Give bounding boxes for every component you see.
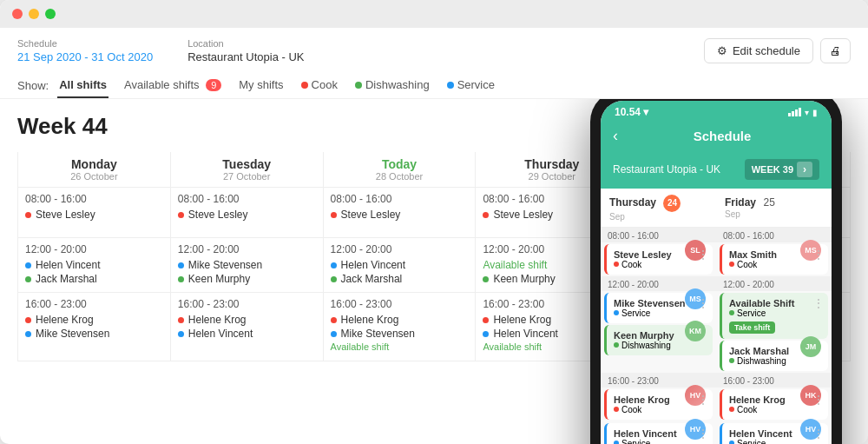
edit-schedule-button[interactable]: ⚙ Edit schedule <box>704 38 813 63</box>
cell-tue-3: 16:00 - 23:00 Helene Krog Helen Vincent <box>171 293 324 361</box>
col-today: Today 28 October <box>324 152 477 188</box>
maximize-btn[interactable] <box>45 9 56 19</box>
phone-card-helen2[interactable]: ⋮ Helen Vincent Service HV <box>720 423 828 445</box>
dish-dot <box>355 82 362 89</box>
filter-tabs: Show: All shifts Available shifts 9 My s… <box>0 64 868 99</box>
phone-status-bar: 10.54 ▾ ▾ ▮ <box>601 101 832 122</box>
cell-today-2: 12:00 - 20:00 Helen Vincent Jack Marshal <box>324 238 477 293</box>
next-week-button[interactable]: › <box>797 162 812 177</box>
gear-icon: ⚙ <box>717 44 727 57</box>
cook-dot <box>301 82 308 89</box>
avatar-keen: KM <box>685 321 706 341</box>
phone-fri-col-1: 08:00 - 16:00 ⋮ Max Smith Cook MS <box>716 228 832 276</box>
phone-block-2: 12:00 - 20:00 ⋮ Mike Stevensen Service <box>601 276 832 373</box>
page-header: Schedule 21 Sep 2020 - 31 Oct 2020 Locat… <box>0 28 868 64</box>
phone-friday-header: Friday 25 Sep <box>716 189 832 227</box>
phone-fri-col-2: 12:00 - 20:00 ⋮ Available Shift Service <box>716 276 832 373</box>
phone-back-button[interactable]: ‹ <box>613 127 618 145</box>
phone-thu-col-3: 16:00 - 23:00 ⋮ Helene Krog Cook H <box>601 373 716 421</box>
main-content: Week 44 Monday 26 October Tuesday 27 Oct… <box>0 99 868 444</box>
phone-block-3: 16:00 - 23:00 ⋮ Helene Krog Cook H <box>601 373 832 421</box>
more-icon-8[interactable]: ⋮ <box>812 427 825 441</box>
week-badge: WEEK 39 › <box>745 159 819 180</box>
tab-cook[interactable]: Cook <box>299 73 339 98</box>
battery-icon: ▮ <box>812 108 818 117</box>
phone-overlay: 10.54 ▾ ▾ ▮ <box>590 99 842 444</box>
phone-thursday-header: Thursday 24 Sep <box>601 189 716 227</box>
cell-today-1: 08:00 - 16:00 Steve Lesley <box>324 188 477 238</box>
header-left: Schedule 21 Sep 2020 - 31 Oct 2020 Locat… <box>17 38 305 64</box>
cell-tue-2: 12:00 - 20:00 Mike Stevensen Keen Murphy <box>171 238 324 293</box>
phone-fri-col-3: 16:00 - 23:00 ⋮ Helene Krog Cook H <box>716 373 832 421</box>
phone-card-available[interactable]: ⋮ Available Shift Service Take shift <box>720 293 828 339</box>
schedule-label: Schedule <box>17 38 153 49</box>
phone-fri-col-4: ⋮ Helen Vincent Service HV <box>716 421 832 445</box>
print-button[interactable]: 🖨 <box>820 38 851 63</box>
phone-thu-col-2: 12:00 - 20:00 ⋮ Mike Stevensen Service <box>601 276 716 373</box>
phone-card-keen[interactable]: Keen Murphy Dishwashing KM <box>604 325 713 355</box>
show-label: Show: <box>17 79 49 92</box>
phone-time: 10.54 ▾ <box>615 106 648 118</box>
phone-location: Restaurant Utopia - UK <box>613 163 720 176</box>
phone-card-steve[interactable]: ⋮ Steve Lesley Cook SL <box>604 244 713 275</box>
phone-schedule-title: Schedule <box>625 129 819 143</box>
cell-mon-1: 08:00 - 16:00 Steve Lesley <box>18 188 171 238</box>
location-value: Restaurant Utopia - UK <box>187 50 304 63</box>
col-monday: Monday 26 October <box>18 152 171 188</box>
phone-schedule-content: 08:00 - 16:00 ⋮ Steve Lesley Cook <box>601 228 832 445</box>
printer-icon: 🖨 <box>830 44 841 57</box>
phone-card-helene[interactable]: ⋮ Helene Krog Cook HV <box>604 389 713 420</box>
tab-dishwashing[interactable]: Dishwashing <box>353 73 431 98</box>
tab-all-shifts[interactable]: All shifts <box>57 73 108 98</box>
cell-tue-1: 08:00 - 16:00 Steve Lesley <box>171 188 324 238</box>
schedule-area: Week 44 Monday 26 October Tuesday 27 Oct… <box>0 99 868 444</box>
tab-my-shifts[interactable]: My shifts <box>237 73 285 98</box>
more-icon-2[interactable]: ⋮ <box>812 248 825 262</box>
take-shift-button[interactable]: Take shift <box>729 321 775 334</box>
location-label: Location <box>187 38 304 49</box>
schedule-meta: Schedule 21 Sep 2020 - 31 Oct 2020 <box>17 38 153 64</box>
phone-block-1: 08:00 - 16:00 ⋮ Steve Lesley Cook <box>601 228 832 276</box>
cell-mon-2: 12:00 - 20:00 Helen Vincent Jack Marshal <box>18 238 171 293</box>
avatar-jack: JM <box>800 336 821 357</box>
app-window: Schedule 21 Sep 2020 - 31 Oct 2020 Locat… <box>0 0 868 444</box>
phone-block-4: ⋮ Helen Vincent Service HV <box>601 421 832 445</box>
close-btn[interactable] <box>12 9 23 19</box>
cell-today-3: 16:00 - 23:00 Helene Krog Mike Stevensen… <box>324 293 477 361</box>
service-dot <box>447 82 454 89</box>
header-actions: ⚙ Edit schedule 🖨 <box>704 38 851 63</box>
more-icon-4[interactable]: ⋮ <box>812 296 825 310</box>
available-badge: 9 <box>206 79 221 91</box>
minimize-btn[interactable] <box>29 9 39 19</box>
phone-sub-header: Restaurant Utopia - UK WEEK 39 › <box>601 156 832 189</box>
cell-mon-3: 16:00 - 23:00 Helene Krog Mike Stevensen <box>18 293 171 361</box>
more-icon[interactable]: ⋮ <box>697 248 709 262</box>
phone-card-helene2[interactable]: ⋮ Helene Krog Cook HK <box>720 389 828 420</box>
phone-frame: 10.54 ▾ ▾ ▮ <box>590 99 842 444</box>
col-tuesday: Tuesday 27 October <box>171 152 324 188</box>
phone-card-max[interactable]: ⋮ Max Smith Cook MS <box>720 244 828 275</box>
phone-header: ‹ Schedule <box>601 122 832 156</box>
wifi-icon: ▾ <box>805 108 809 117</box>
tab-service[interactable]: Service <box>445 73 496 98</box>
phone-thu-col-4: ⋮ Helen Vincent Service HV <box>601 421 716 445</box>
more-icon-6[interactable]: ⋮ <box>812 393 825 407</box>
more-icon-3[interactable]: ⋮ <box>697 296 709 310</box>
date-range-link[interactable]: 21 Sep 2020 - 31 Oct 2020 <box>17 50 153 63</box>
phone-thu-col-1: 08:00 - 16:00 ⋮ Steve Lesley Cook <box>601 228 716 276</box>
phone-card-mike[interactable]: ⋮ Mike Stevensen Service MS <box>604 293 713 323</box>
phone-day-headers: Thursday 24 Sep Friday 25 Sep <box>601 189 832 228</box>
location-meta: Location Restaurant Utopia - UK <box>187 38 304 64</box>
phone-card-jack[interactable]: Jack Marshal Dishwashing JM <box>720 341 828 371</box>
title-bar <box>0 0 868 28</box>
tab-available-shifts[interactable]: Available shifts 9 <box>122 73 223 98</box>
more-icon-5[interactable]: ⋮ <box>697 393 709 407</box>
phone-card-helen[interactable]: ⋮ Helen Vincent Service HV <box>604 423 713 445</box>
signal-icon <box>788 108 801 116</box>
phone-screen: 10.54 ▾ ▾ ▮ <box>601 101 832 444</box>
more-icon-7[interactable]: ⋮ <box>697 427 709 441</box>
